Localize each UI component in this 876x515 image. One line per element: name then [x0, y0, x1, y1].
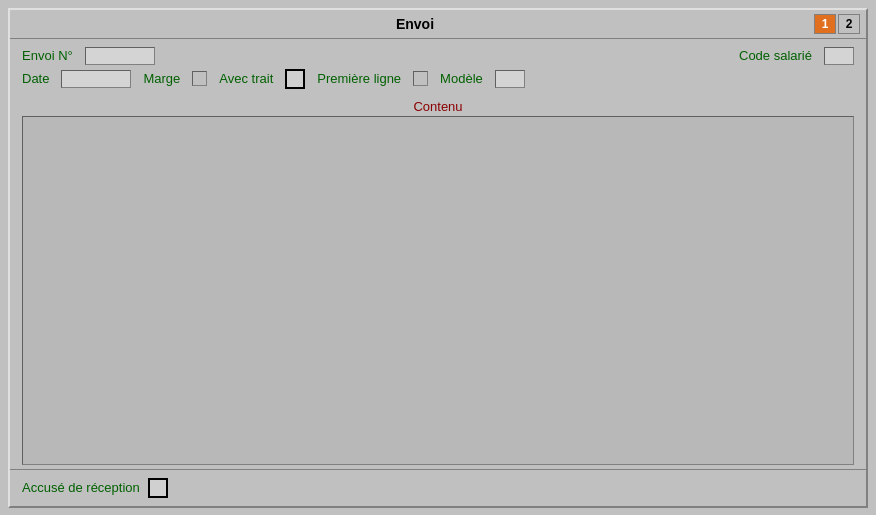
date-label: Date: [22, 71, 49, 86]
premiere-ligne-label: Première ligne: [317, 71, 401, 86]
form-area: Envoi N° Code salarié Date Marge Avec tr…: [10, 39, 866, 95]
accuse-reception-checkbox[interactable]: [148, 478, 168, 498]
accuse-reception-label: Accusé de réception: [22, 480, 140, 495]
date-input[interactable]: [61, 70, 131, 88]
premiere-ligne-checkbox[interactable]: [413, 71, 428, 86]
content-box[interactable]: [22, 116, 854, 465]
modele-label: Modèle: [440, 71, 483, 86]
marge-label: Marge: [143, 71, 180, 86]
code-salarie-label: Code salarié: [739, 48, 812, 63]
envoi-input[interactable]: [85, 47, 155, 65]
content-section: Contenu: [22, 99, 854, 465]
btn-1[interactable]: 1: [814, 14, 836, 34]
form-row-2: Date Marge Avec trait Première ligne Mod…: [22, 69, 854, 89]
title-bar: Envoi 1 2: [10, 10, 866, 39]
code-salarie-input[interactable]: [824, 47, 854, 65]
title-bar-buttons: 1 2: [814, 14, 860, 34]
avec-trait-checkbox[interactable]: [285, 69, 305, 89]
modele-input[interactable]: [495, 70, 525, 88]
envoi-label: Envoi N°: [22, 48, 73, 63]
marge-checkbox[interactable]: [192, 71, 207, 86]
avec-trait-label: Avec trait: [219, 71, 273, 86]
window-title: Envoi: [16, 16, 814, 32]
form-row-1: Envoi N° Code salarié: [22, 47, 854, 65]
main-window: Envoi 1 2 Envoi N° Code salarié Date Mar…: [8, 8, 868, 508]
contenu-label: Contenu: [22, 99, 854, 114]
btn-2[interactable]: 2: [838, 14, 860, 34]
bottom-bar: Accusé de réception: [10, 469, 866, 506]
